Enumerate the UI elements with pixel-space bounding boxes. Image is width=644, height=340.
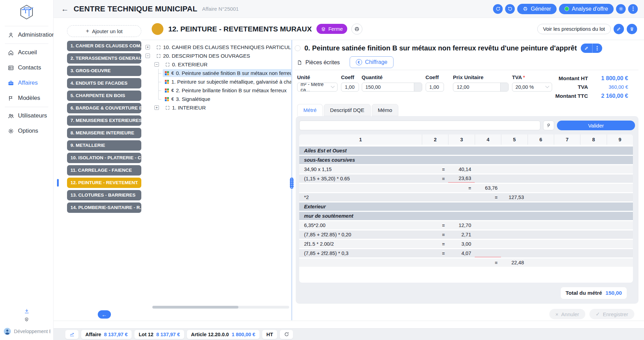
section-label: mur de soutènement [299, 213, 633, 219]
coeff1-input[interactable] [341, 83, 358, 91]
download-icon[interactable] [24, 308, 30, 314]
user-profile[interactable]: Développement E... [0, 325, 53, 339]
valider-button[interactable]: Valider [557, 121, 635, 130]
refresh-button[interactable] [505, 4, 515, 14]
tree-node[interactable]: −0. EXTERIEUR [143, 60, 291, 69]
metre-row[interactable]: (7,85 + 2f2.85) * 0,3=4,07 [299, 249, 633, 257]
lot-item-5[interactable]: 5. CHARPENTE EN BOIS [67, 91, 141, 101]
lot-item-8[interactable]: 8. MENUISERIE INTERIEURE [67, 128, 141, 138]
sidebar-item-modeles[interactable]: Modèles [0, 91, 53, 106]
app-logo[interactable] [0, 3, 53, 25]
lot-item-6[interactable]: 6. BARDAGE & COUVERTURE E... [67, 103, 141, 113]
stats-button[interactable] [65, 330, 78, 339]
lot-item-13[interactable]: 13. CLOTURES - BARRIERES [67, 190, 141, 200]
metre-row[interactable]: (1,15 + 35,20) * 0.65=23,63 [299, 174, 633, 183]
tva-select[interactable]: 20,00 % [512, 83, 552, 92]
edit-article-button[interactable] [581, 44, 592, 53]
collapse-toggle-icon[interactable]: − [154, 62, 159, 67]
status-badge[interactable]: Ferme [316, 24, 347, 34]
statusbar-article[interactable]: Article 12.20.0.0 1 800,00 € [187, 330, 259, 339]
tree-node[interactable]: €3. Signalétique [143, 95, 291, 103]
pin-button[interactable] [543, 121, 554, 130]
section-label: Exterieur [299, 204, 633, 209]
tree-node[interactable]: +10. CAHIER DES CLAUSES TECHNIQUES PARTI… [143, 43, 291, 51]
subtab-metre[interactable]: Métré [297, 104, 323, 116]
sidebar-item-administration[interactable]: Administration [0, 27, 53, 42]
shield-icon[interactable] [24, 317, 29, 322]
print-lot-button[interactable] [351, 23, 362, 35]
sidebar-nav: AdministrationAccueilContactsAffairesMod… [0, 27, 53, 139]
lot-item-7[interactable]: 7. MENUISERIES EXTERIEURES ... [67, 115, 141, 126]
tree-node[interactable]: 1. Peinture sur subjectile métallique, g… [143, 77, 291, 86]
sidebar-item-options[interactable]: Options [0, 123, 53, 139]
tree-node[interactable]: −20. DESCRIPTION DES OUVRAGES [143, 51, 291, 60]
metre-row[interactable]: sous-faces coursives [299, 156, 633, 164]
lot-item-2[interactable]: 2. TERRASSEMENTS GENERAU... [67, 53, 141, 64]
metre-row[interactable]: Ailes Est et Ouest [299, 147, 633, 155]
metre-row[interactable]: Exterieur [299, 202, 633, 211]
expand-toggle-icon[interactable]: + [145, 45, 150, 49]
analyse-offre-button[interactable]: Analyse d'offre [559, 4, 614, 14]
lot-item-1[interactable]: 1. CAHIER DES CLAUSES COM... [67, 41, 141, 51]
statusbar-refresh-button[interactable] [280, 330, 293, 339]
generate-button[interactable]: Générer [517, 4, 557, 14]
lot-item-14[interactable]: 14. PLOMBERIE-SANITAIRE - R... [67, 202, 141, 213]
metre-row[interactable] [299, 268, 633, 279]
tree-node[interactable]: €0. Peinture satinée finition B sur méta… [143, 69, 291, 77]
unite-select[interactable]: m² - Métre ca... [297, 83, 338, 92]
lot-item-10[interactable]: 10. ISOLATION - PLATRERIE - C... [67, 153, 141, 163]
metre-row[interactable]: (7,85 + 2f2.85) * 0,20=2,71 [299, 230, 633, 239]
save-button[interactable]: ✓ Enregistrer [589, 309, 634, 319]
metre-row[interactable]: *2=127,53 [299, 193, 633, 201]
metre-row[interactable]: 34,90 x 1,15=40,14 [299, 165, 633, 173]
expand-toggle-icon[interactable]: + [154, 105, 159, 110]
resize-handle[interactable] [290, 178, 294, 189]
subtab-memo[interactable]: Mémo [372, 104, 399, 116]
sidebar-item-affaires[interactable]: Affaires [0, 75, 53, 91]
ht-toggle[interactable]: HT [262, 330, 277, 339]
metre-row[interactable]: =63,76 [299, 184, 633, 192]
lot-item-12[interactable]: 12. PEINTURE - REVETEMENT... [67, 178, 141, 188]
collapse-toggle-icon[interactable]: − [145, 54, 150, 58]
scrollbar-thumb[interactable] [152, 306, 238, 309]
sync-button[interactable] [493, 4, 503, 14]
statusbar-affaire[interactable]: Affaire 8 137,97 € [81, 330, 132, 339]
value-cell [528, 184, 554, 192]
article-more-button[interactable] [592, 44, 602, 53]
lot-item-3[interactable]: 3. GROS-OEUVRE [67, 66, 141, 76]
column-header: 5 [501, 134, 527, 145]
sidebar-item-contacts[interactable]: Contacts [0, 60, 53, 75]
value-cell [475, 221, 501, 229]
prix-unitaire-input[interactable] [453, 83, 500, 91]
tree-node[interactable]: +1. INTERIEUR [143, 103, 291, 112]
sidebar-item-accueil[interactable]: Accueil [0, 45, 53, 60]
coeff2-input[interactable] [426, 83, 444, 91]
metre-row[interactable]: 2f1.5 * 2.00/2=3,00 [299, 240, 633, 248]
quantite-input[interactable] [362, 83, 414, 91]
prescriptions-button[interactable]: Voir les prescriptions du lot [537, 24, 611, 34]
lot-item-11[interactable]: 11. CARRELAGE - FAIENCE [67, 165, 141, 176]
subtab-descriptif-dqe[interactable]: Descriptif DQE [324, 104, 370, 116]
sidebar-item-utilisateurs[interactable]: Utilisateurs [0, 108, 53, 123]
tab-pieces-ecrites[interactable]: Pièces écrites [295, 59, 340, 66]
more-options-button[interactable] [628, 4, 638, 14]
metre-formula-input[interactable] [299, 121, 540, 130]
metre-row[interactable]: =22,48 [299, 258, 633, 267]
add-lot-button[interactable]: + Ajouter un lot [67, 25, 141, 37]
statusbar-lot[interactable]: Lot 12 8 137,97 € [134, 330, 184, 339]
value-cell [448, 193, 474, 201]
delete-lot-button[interactable] [627, 24, 637, 34]
lot-item-9[interactable]: 9. METALLERIE [67, 140, 141, 151]
tab-chiffrage[interactable]: € Chiffrage [350, 56, 394, 68]
tree-node[interactable]: €2. Peinture brillante finition B sur mé… [143, 86, 291, 95]
back-button[interactable]: ← [58, 4, 72, 13]
edit-lot-button[interactable] [614, 24, 624, 34]
article-radio[interactable] [295, 45, 301, 51]
horizontal-scrollbar[interactable] [152, 306, 289, 309]
settings-button[interactable] [616, 4, 626, 14]
cancel-button[interactable]: × Annuler [549, 309, 585, 319]
metre-row[interactable]: 6,35*2.00=12,70 [299, 221, 633, 229]
lot-item-4[interactable]: 4. ENDUITS DE FACADES [67, 78, 141, 88]
collapse-panel-button[interactable]: ← [98, 310, 111, 319]
metre-row[interactable]: mur de soutènement [299, 212, 633, 220]
